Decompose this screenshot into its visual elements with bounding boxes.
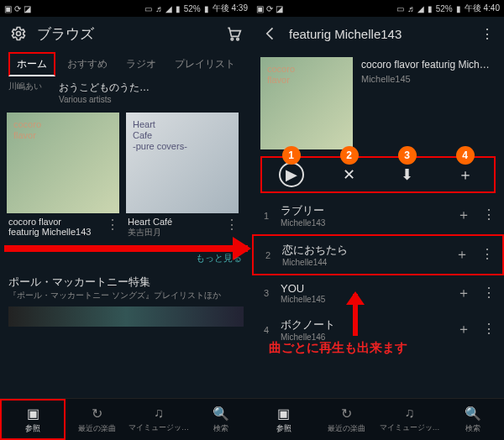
action-row: 1 ▶ 2 ✕ 3 ⬇ 4 ＋ <box>260 156 496 193</box>
art-label: cocoro flavor <box>13 119 41 141</box>
browse-header: ブラウズ <box>0 17 252 50</box>
annotation-badge-3: 3 <box>398 146 417 165</box>
add-button[interactable]: 4 ＋ <box>436 158 494 191</box>
section-artist: Various artists <box>59 95 244 104</box>
app-icon: ◪ <box>276 4 283 13</box>
nav-recent[interactable]: ↻ 最近の楽曲 <box>315 399 378 440</box>
more-icon[interactable]: ⋮ <box>225 217 239 233</box>
detail-content: cocoro flavor cocoro flavor featurig Mic… <box>252 50 504 398</box>
annotation-badge-1: 1 <box>282 146 301 165</box>
track-artist: Michelle143 <box>281 218 449 228</box>
nav-label: 最近の楽曲 <box>328 423 365 434</box>
annotation-arrow-up <box>353 294 358 336</box>
feature-sub: 『ポール・マッカートニー ソングズ』プレイリストほか <box>8 290 244 301</box>
clock: 午後 4:39 <box>213 3 248 14</box>
feature-section[interactable]: ポール・マッカートニー特集 『ポール・マッカートニー ソングズ』プレイリストほか <box>0 270 252 306</box>
nav-label: 最近の楽曲 <box>78 423 116 434</box>
detail-album-title: cocoro flavor featurig Mich… <box>361 59 497 71</box>
headphones-icon: ♫ <box>405 406 415 421</box>
play-button[interactable]: 1 ▶ <box>262 158 320 191</box>
nav-search[interactable]: 🔍 検索 <box>190 399 252 440</box>
album-title: cocoro flavor <box>8 217 118 227</box>
battery-pct: 52% <box>184 4 201 13</box>
nav-label: 検索 <box>213 423 228 434</box>
wifi-icon: ◢ <box>417 4 424 13</box>
svg-point-2 <box>237 38 239 39</box>
album-artist: 美吉田月 <box>128 227 237 238</box>
album-art: cocoro flavor <box>7 113 119 213</box>
sync-icon: ⟳ <box>266 4 273 13</box>
signal-icon: ▮ <box>176 4 181 13</box>
svg-point-1 <box>231 38 234 39</box>
track-row[interactable]: 1 ラブリー Michelle143 ＋⋮ <box>252 196 504 234</box>
cart-icon[interactable] <box>225 25 242 42</box>
album-art: Heart Cafe -pure covers- <box>126 113 239 213</box>
cast-icon: ▭ <box>396 4 404 13</box>
nav-search[interactable]: 🔍 検索 <box>441 399 504 440</box>
nav-browse[interactable]: ▣ 参照 <box>0 399 66 440</box>
annotation-text: 曲ごとに再生も出来ます <box>269 340 407 356</box>
plus-icon: ＋ <box>458 165 473 185</box>
svg-point-0 <box>17 32 21 36</box>
track-row[interactable]: 3 YOU Michelle145 ＋⋮ <box>252 275 504 311</box>
track-artist: Michelle144 <box>282 258 447 267</box>
annotation-badge-2: 2 <box>340 146 359 165</box>
overflow-icon[interactable]: ⋮ <box>480 246 494 264</box>
nav-recent[interactable]: ↻ 最近の楽曲 <box>66 399 128 440</box>
track-title: 恋におちたら <box>282 243 447 258</box>
tab-radio[interactable]: ラジオ <box>119 54 163 75</box>
track-title: ラブリー <box>281 203 449 218</box>
album-row: cocoro flavor cocoro flavor featurig Mic… <box>0 107 252 247</box>
track-row[interactable]: 2 恋におちたら Michelle144 ＋⋮ <box>252 234 504 275</box>
shuffle-button[interactable]: 2 ✕ <box>320 158 378 191</box>
track-title: ボクノート <box>281 317 449 333</box>
browse-icon: ▣ <box>27 406 39 422</box>
detail-page-title: featurig Michelle143 <box>289 27 470 41</box>
album-card-2[interactable]: Heart Cafe -pure covers- Heart Café 美吉田月… <box>126 113 239 242</box>
bottom-nav: ▣ 参照 ↻ 最近の楽曲 ♫ マイミュージッ… 🔍 検索 <box>252 398 504 440</box>
download-button[interactable]: 3 ⬇ <box>378 158 436 191</box>
headphones-icon: ♬ <box>407 4 414 13</box>
overflow-icon[interactable]: ⋮ <box>482 321 496 338</box>
art-label: cocoro flavor <box>267 64 295 86</box>
battery-icon: ▮ <box>204 4 209 13</box>
bottom-nav: ▣ 参照 ↻ 最近の楽曲 ♫ マイミュージッ… 🔍 検索 <box>0 398 252 440</box>
nav-mymusic[interactable]: ♫ マイミュージッ… <box>128 399 190 440</box>
feature-title: ポール・マッカートニー特集 <box>8 275 244 290</box>
battery-icon: ▮ <box>456 4 461 13</box>
search-icon: 🔍 <box>213 406 229 422</box>
status-bar: ▣ ⟳ ◪ ▭ ♬ ◢ ▮ 52% ▮ 午後 4:39 <box>0 0 252 17</box>
nav-mymusic[interactable]: ♫ マイミュージッ… <box>378 399 441 440</box>
back-icon[interactable] <box>262 25 279 42</box>
album-title: Heart Café <box>128 217 237 227</box>
nav-browse[interactable]: ▣ 参照 <box>252 399 315 440</box>
tab-playlist[interactable]: プレイリスト <box>168 54 242 75</box>
nav-label: 検索 <box>465 423 480 434</box>
plus-icon[interactable]: ＋ <box>457 207 470 224</box>
gear-icon[interactable] <box>10 25 27 42</box>
nav-label: 参照 <box>25 423 40 434</box>
overflow-icon[interactable]: ⋮ <box>482 285 496 302</box>
headphones-icon: ♬ <box>155 4 162 13</box>
album-card-1[interactable]: cocoro flavor cocoro flavor featurig Mic… <box>7 113 119 242</box>
side-artist: 川嶋あい <box>8 81 50 104</box>
shuffle-icon: ✕ <box>343 165 355 184</box>
feature-thumbs <box>8 306 244 327</box>
clock: 午後 4:40 <box>465 3 500 14</box>
more-icon[interactable]: ⋮ <box>106 217 119 233</box>
screen-album-detail: ▣ ⟳ ◪ ▭ ♬ ◢ ▮ 52% ▮ 午後 4:40 featurig Mic… <box>252 0 504 440</box>
tab-home[interactable]: ホーム <box>8 52 55 76</box>
browse-content: 川嶋あい おうこどものうた… Various artists cocoro fl… <box>0 77 252 398</box>
recent-icon: ↻ <box>341 406 352 422</box>
plus-icon[interactable]: ＋ <box>457 285 470 302</box>
tab-recommend[interactable]: おすすめ <box>60 54 114 75</box>
plus-icon[interactable]: ＋ <box>455 246 469 264</box>
wifi-icon: ◢ <box>165 4 172 13</box>
overflow-icon[interactable]: ⋮ <box>482 207 496 224</box>
plus-icon[interactable]: ＋ <box>457 321 470 338</box>
overflow-icon[interactable]: ⋮ <box>480 26 494 42</box>
signal-icon: ▮ <box>428 4 433 13</box>
sync-icon: ⟳ <box>14 4 21 13</box>
section-title[interactable]: おうこどものうた… <box>59 81 244 95</box>
track-artist: Michelle145 <box>281 295 449 304</box>
